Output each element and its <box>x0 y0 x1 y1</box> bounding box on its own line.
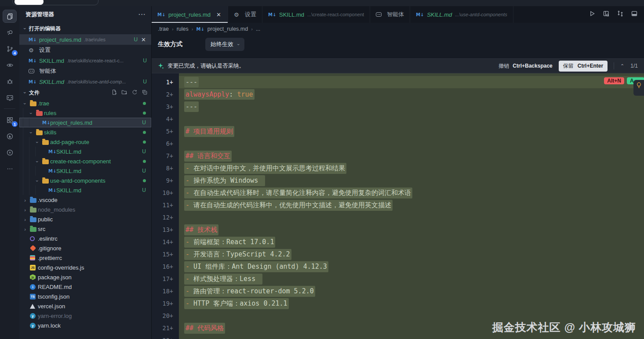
tree-item-package.json[interactable]: jspackage.json <box>19 272 151 282</box>
code-token: --- <box>186 103 197 111</box>
watermark: 掘金技术社区 @ 小林攻城狮 <box>492 320 636 335</box>
open-editor-item[interactable]: M↓project_rules.md.trae\rulesU✕ <box>19 34 151 45</box>
prettier-icon <box>30 255 35 260</box>
tree-item-name: add-page-route <box>50 139 140 145</box>
diff-added-highlight: - 操作系统为 Windows <box>184 175 265 186</box>
tree-item-yarn.lock[interactable]: yyarn.lock <box>19 321 151 330</box>
tree-item-node_modules[interactable]: ›node_modules <box>19 205 151 214</box>
breadcrumb-item[interactable]: ... <box>256 26 260 32</box>
more-actions-icon[interactable] <box>3 162 17 175</box>
code-token: # 项目通用规则 <box>186 127 233 135</box>
diff-added-highlight: ## 语言和交互 <box>184 151 232 162</box>
close-icon[interactable]: ✕ <box>215 11 222 18</box>
code-token: - <box>186 275 193 283</box>
keep-label: 保留 <box>563 62 574 70</box>
tree-item-add-page-route[interactable]: ›add-page-route <box>19 137 151 147</box>
tree-item-.gitignore[interactable]: .gitignore <box>19 243 151 253</box>
breadcrumb-item[interactable]: rules <box>177 26 189 32</box>
breadcrumb-item[interactable]: .trae <box>158 26 169 32</box>
tree-item-name: SKILL.md <box>56 148 139 155</box>
tree-item-skills[interactable]: ›skills <box>19 127 151 137</box>
code-line-3: 3+--- <box>152 101 644 113</box>
tree-item-config-overrides.js[interactable]: JSconfig-overrides.js <box>19 263 151 272</box>
code-token: --- <box>186 78 197 86</box>
open-editor-item[interactable]: M↓SKILL.md.trae\skills\create-react-c...… <box>19 55 151 66</box>
editor-actions <box>589 6 644 23</box>
search-icon[interactable] <box>3 26 17 39</box>
tree-item-.trae[interactable]: ›.trae <box>19 98 151 108</box>
tab-智能体[interactable]: 智能体 <box>370 6 410 23</box>
breadcrumb-item[interactable]: project_rules.md <box>207 26 248 32</box>
tree-item-name: package.json <box>38 274 146 281</box>
refresh-icon[interactable] <box>131 89 138 97</box>
explorer-icon[interactable] <box>3 10 17 23</box>
indent-guide <box>29 176 35 185</box>
window-top-strip <box>0 0 644 6</box>
tab-设置[interactable]: ⚙设置 <box>228 6 262 23</box>
previous-change-icon[interactable]: ⌃ <box>620 63 624 69</box>
undo-button[interactable]: 撤销 Ctrl+Backspace <box>498 62 552 70</box>
tree-item-create-react-component[interactable]: ›create-react-component <box>19 156 151 166</box>
line-content: - 路由管理：react-router-dom 5.2.0 <box>179 285 644 297</box>
collapse-all-icon[interactable] <box>142 89 148 97</box>
window-tab[interactable] <box>15 0 44 5</box>
toggle-panel-icon[interactable] <box>631 10 638 19</box>
remote-window-icon[interactable] <box>3 91 17 104</box>
tab-SKILL.md[interactable]: M↓SKILL.md...\use-antd-components <box>410 6 513 23</box>
lightning-icon[interactable] <box>3 146 17 159</box>
interaction-icon[interactable] <box>3 130 17 143</box>
source-control-icon[interactable]: 4 <box>3 42 17 55</box>
code-token: - <box>186 177 193 184</box>
open-editor-item[interactable]: M↓SKILL.md.trae\skills\use-antd-comp...U <box>19 76 151 87</box>
compare-changes-icon[interactable] <box>617 10 624 19</box>
tree-item-rules[interactable]: ›rules <box>19 108 151 118</box>
tree-item-project_rules.md[interactable]: M↓project_rules.mdU <box>19 118 151 127</box>
watch-icon[interactable] <box>3 58 17 72</box>
preview-icon[interactable] <box>603 10 610 19</box>
apply-mode-dropdown[interactable]: 始终生效 › <box>205 38 244 51</box>
tree-item-.eslintrc[interactable]: .eslintrc <box>19 234 151 243</box>
tree-item-README.md[interactable]: iREADME.md <box>19 282 151 292</box>
tree-item-name: yarn.lock <box>38 322 146 329</box>
lightbulb-icon[interactable] <box>633 80 644 96</box>
indent-guide <box>29 147 35 156</box>
code-line-8: 8+- 在对话中使用中文，并使用中文展示思考过程和结果 <box>152 162 644 174</box>
tree-item-yarn-error.log[interactable]: yyarn-error.log <box>19 311 151 321</box>
tree-item-.vscode[interactable]: ›.vscode <box>19 195 151 205</box>
line-number: 2+ <box>152 91 179 98</box>
editor-code-area[interactable]: 1+---2+alwaysApply: true3+---4+5+# 项目通用规… <box>152 73 644 339</box>
new-folder-icon[interactable] <box>121 89 127 97</box>
tree-item-SKILL.md[interactable]: M↓SKILL.mdU <box>19 185 151 195</box>
files-section-header[interactable]: › 文件 <box>19 87 151 98</box>
new-file-icon[interactable] <box>111 89 117 97</box>
tree-item-use-antd-components[interactable]: ›use-antd-components <box>19 176 151 185</box>
open-editor-item[interactable]: ⚙设置 <box>19 45 151 55</box>
modified-dot <box>143 131 146 134</box>
tab-SKILL.md[interactable]: M↓SKILL.md...\create-react-component <box>262 6 370 23</box>
sidebar-title: 资源管理器 <box>25 11 138 18</box>
tree-item-vercel.json[interactable]: vercel.json <box>19 301 151 311</box>
open-editors-header[interactable]: › 打开的编辑器 <box>19 23 151 34</box>
close-icon[interactable]: ✕ <box>140 36 147 43</box>
run-icon[interactable] <box>589 10 596 19</box>
tree-item-public[interactable]: ›public <box>19 214 151 224</box>
tab-project_rules.md[interactable]: M↓project_rules.md✕ <box>152 6 228 23</box>
code-token: 样式预处理器：Less <box>193 275 255 283</box>
tree-item-SKILL.md[interactable]: M↓SKILL.mdU <box>19 147 151 156</box>
debug-icon[interactable] <box>3 75 17 88</box>
alt-n-hint-badge[interactable]: Alt+N <box>604 77 624 84</box>
tree-item-SKILL.md[interactable]: M↓SKILL.mdU <box>19 166 151 176</box>
keep-button[interactable]: 保留 Ctrl+Enter <box>559 61 608 72</box>
tree-item-tsconfig.json[interactable]: TStsconfig.json <box>19 292 151 301</box>
sidebar-more-icon[interactable]: ··· <box>138 11 146 18</box>
extensions-icon[interactable]: 1 <box>3 113 17 126</box>
line-number: 12+ <box>152 214 179 221</box>
line-number: 19+ <box>152 300 179 307</box>
yarn-icon: y <box>30 313 36 319</box>
indent-guide <box>23 127 29 137</box>
open-editor-item[interactable]: 智能体 <box>19 66 151 76</box>
tree-item-.prettierrc[interactable]: .prettierrc <box>19 253 151 263</box>
line-content <box>179 113 644 125</box>
code-line-4: 4+ <box>152 113 644 125</box>
tree-item-src[interactable]: ›src <box>19 224 151 234</box>
